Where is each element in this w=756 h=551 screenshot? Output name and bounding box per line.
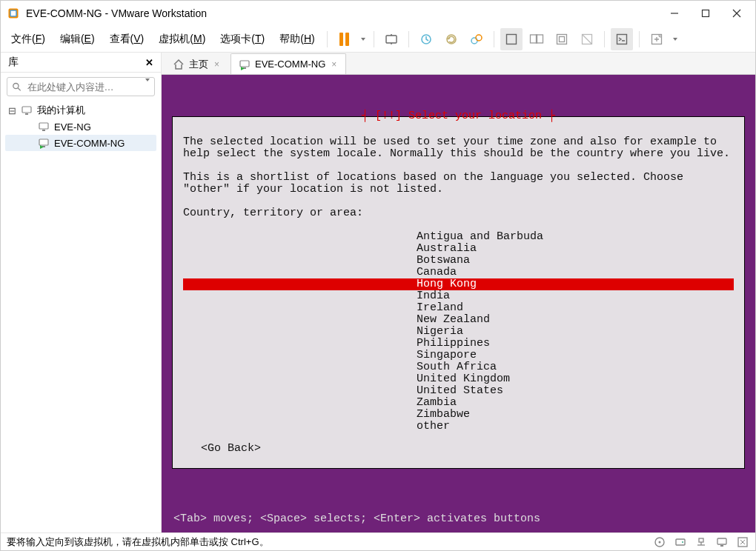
maximize-button[interactable] [690,1,721,25]
location-option[interactable]: India [183,290,734,302]
svg-rect-23 [25,113,28,115]
home-icon [173,59,185,70]
tab-label: 主页 [189,58,208,71]
close-button[interactable] [721,1,752,25]
location-option[interactable]: Canada [183,267,734,278]
location-option[interactable]: United Kingdom [183,373,734,385]
app-window: EVE-COMM-NG - VMware Workstation 文件(F) 编… [0,0,756,551]
computer-icon [21,104,33,116]
menu-file[interactable]: 文件(F) [5,30,51,49]
separator [604,31,605,47]
svg-rect-15 [559,36,564,41]
snapshot-revert-button[interactable] [440,28,462,50]
separator [494,31,494,47]
search-dropdown[interactable] [145,81,150,93]
tab-home[interactable]: 主页× [165,53,229,74]
location-list[interactable]: Antigua and Barbuda Australia Botswana C… [183,231,734,433]
fullscreen-button[interactable] [551,28,573,50]
tab-close-button[interactable]: × [213,59,221,70]
stretch-dropdown[interactable] [671,28,680,50]
installer-dialog-title: ┤ [!!] Select your location ├ [173,110,744,122]
menu-help[interactable]: 帮助(H) [273,30,320,49]
svg-point-33 [659,541,661,543]
sidebar-search[interactable] [7,77,155,96]
tab-vm[interactable]: EVE-COMM-NG× [231,53,346,74]
svg-marker-28 [40,145,44,149]
titlebar: EVE-COMM-NG - VMware Workstation [1,1,755,26]
location-option[interactable]: Hong Kong [183,278,734,290]
view-single-button[interactable] [500,28,523,50]
sidebar-search-input[interactable] [26,81,141,93]
menu-vm[interactable]: 虚拟机(M) [153,30,211,49]
sidebar-title: 库 [8,56,19,69]
svg-rect-3 [703,10,709,17]
snapshot-take-button[interactable] [415,28,437,50]
location-option[interactable]: Zimbabwe [183,409,734,421]
svg-point-10 [476,35,482,41]
search-icon [12,81,21,92]
tree-item-vm[interactable]: EVE-COMM-NG [5,135,156,151]
menu-edit[interactable]: 编辑(E) [54,30,101,49]
tab-label: EVE-COMM-NG [255,59,325,70]
svg-rect-34 [676,539,685,545]
installer-hint: <Tab> moves; <Space> selects; <Enter> ac… [172,511,745,525]
suspend-button[interactable] [334,28,356,50]
tree-item-label: EVE-COMM-NG [54,138,125,149]
window-title: EVE-COMM-NG - VMware Workstation [26,7,207,19]
separator [374,31,374,47]
menu-view[interactable]: 查看(V) [104,30,150,49]
snapshot-manager-button[interactable] [465,28,488,50]
stretch-guest-button[interactable] [646,28,668,50]
minimize-button[interactable] [659,1,690,25]
location-option[interactable]: Nigeria [183,326,734,338]
unity-button[interactable] [576,28,598,50]
tree-root-my-computer[interactable]: ⊟ 我的计算机 [5,102,156,118]
location-option[interactable]: Singapore [183,350,734,361]
menu-tabs[interactable]: 选项卡(T) [214,30,271,49]
sidebar-close-button[interactable]: ✕ [142,56,156,70]
vm-console[interactable]: ┤ [!!] Select your location ├ The select… [162,75,755,532]
location-option[interactable]: Zambia [183,397,734,409]
power-dropdown[interactable] [359,28,368,50]
separator [327,31,328,47]
location-option[interactable]: United States [183,385,734,397]
svg-rect-14 [557,34,566,44]
send-ctrl-alt-del-button[interactable] [380,28,402,50]
device-cdrom-icon[interactable] [653,535,666,549]
tree-item-label: EVE-NG [54,121,91,133]
svg-point-35 [682,541,683,543]
tab-close-button[interactable]: × [330,59,338,70]
tree-twisty-icon: ⊟ [8,105,16,116]
view-multimonitor-button[interactable] [525,28,548,50]
location-option[interactable]: Ireland [183,302,734,314]
device-network-icon[interactable] [694,535,708,549]
statusbar: 要将输入定向到该虚拟机，请在虚拟机内部单击或按 Ctrl+G。 [1,532,755,550]
location-option[interactable]: New Zealand [183,314,734,326]
go-back-button[interactable]: <Go Back> [201,443,734,455]
separator [408,31,409,47]
svg-rect-36 [699,538,703,542]
chevron-down-icon [673,38,677,41]
installer-prompt: Country, territory or area: [183,207,734,219]
library-sidebar: 库 ✕ ⊟ 我的计算机 EVE-NGEVE-COMM-NG [1,53,162,532]
svg-line-17 [583,35,591,44]
installer-paragraph: This is a shortlist of locations based o… [183,172,734,196]
svg-rect-6 [386,36,397,43]
location-option[interactable]: Botswana [183,255,734,267]
location-option[interactable]: South Africa [183,361,734,373]
location-option[interactable]: Philippines [183,338,734,350]
tree-item-vm[interactable]: EVE-NG [5,118,156,135]
input-grab-icon[interactable] [736,535,749,549]
console-view-button[interactable] [611,28,633,50]
svg-rect-26 [39,139,48,145]
svg-rect-24 [39,123,48,129]
menubar: 文件(F) 编辑(E) 查看(V) 虚拟机(M) 选项卡(T) 帮助(H) [1,26,755,53]
location-option[interactable]: Australia [183,243,734,255]
location-option[interactable]: other [183,421,734,433]
location-option[interactable]: Antigua and Barbuda [183,231,734,243]
device-display-icon[interactable] [715,535,729,549]
vm-icon [38,121,50,133]
svg-rect-40 [720,545,723,547]
vm-running-icon [239,59,251,70]
device-harddisk-icon[interactable] [674,535,687,549]
